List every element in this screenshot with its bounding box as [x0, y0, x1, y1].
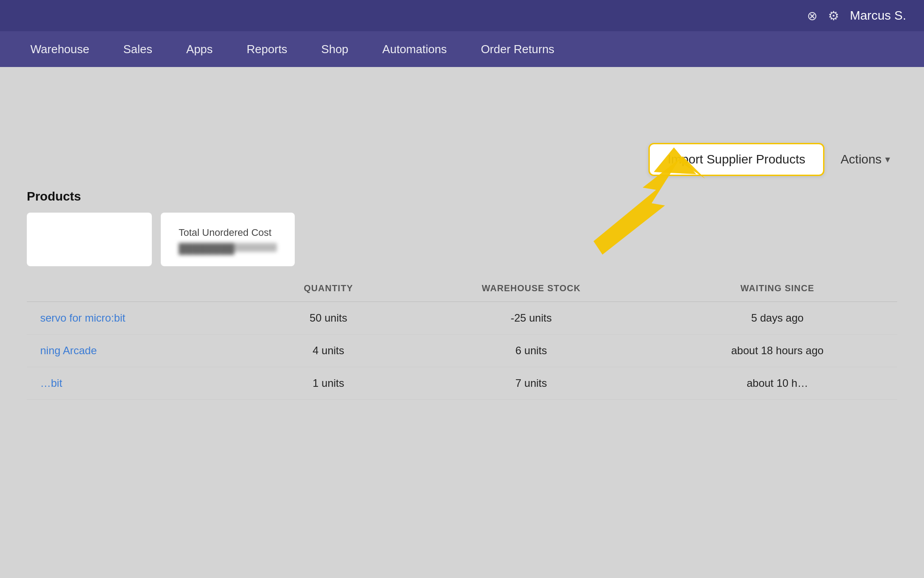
actions-label: Actions	[840, 152, 882, 167]
nav-item-order-returns[interactable]: Order Returns	[464, 31, 572, 67]
nav-item-automations[interactable]: Automations	[365, 31, 464, 67]
stat-card-label: Total Unordered Cost	[179, 227, 277, 239]
help-icon[interactable]: ⊗	[807, 8, 817, 23]
table-row: servo for micro:bit 50 units -25 units 5…	[27, 302, 897, 335]
data-table: QUANTITY WAREHOUSE STOCK WAITING SINCE s…	[27, 275, 897, 400]
stat-cards-row: Total Unordered Cost ████████	[27, 213, 897, 266]
row-name[interactable]: ning Arcade	[27, 335, 252, 367]
row-warehouse-stock: 6 units	[405, 335, 658, 367]
section-title: Products	[27, 189, 897, 204]
chevron-down-icon: ▾	[885, 154, 890, 165]
row-quantity: 50 units	[252, 302, 405, 335]
row-name[interactable]: servo for micro:bit	[27, 302, 252, 335]
toolbar-row: Import Supplier Products Actions ▾	[27, 130, 897, 185]
row-warehouse-stock: -25 units	[405, 302, 658, 335]
col-header-warehouse-stock: WAREHOUSE STOCK	[405, 275, 658, 302]
table-row: …bit 1 units 7 units about 10 h…	[27, 367, 897, 400]
nav-item-apps[interactable]: Apps	[169, 31, 230, 67]
stat-card-empty	[27, 213, 152, 266]
top-bar-icons: ⊗ ⚙ Marcus S.	[807, 8, 906, 23]
product-link[interactable]: servo for micro:bit	[40, 312, 125, 324]
stat-card-total-unordered-cost: Total Unordered Cost ████████	[161, 213, 295, 266]
nav-item-shop[interactable]: Shop	[304, 31, 365, 67]
main-content: Import Supplier Products Actions ▾ Produ…	[0, 130, 924, 400]
table-row: ning Arcade 4 units 6 units about 18 hou…	[27, 335, 897, 367]
row-waiting-since: 5 days ago	[657, 302, 897, 335]
settings-icon[interactable]: ⚙	[828, 8, 839, 23]
nav-bar: Warehouse Sales Apps Reports Shop Automa…	[0, 31, 924, 67]
product-link[interactable]: …bit	[40, 377, 62, 389]
actions-button[interactable]: Actions ▾	[833, 144, 897, 175]
import-supplier-products-button[interactable]: Import Supplier Products	[648, 143, 824, 176]
row-quantity: 4 units	[252, 335, 405, 367]
row-waiting-since: about 18 hours ago	[657, 335, 897, 367]
col-header-quantity: QUANTITY	[252, 275, 405, 302]
user-name[interactable]: Marcus S.	[850, 8, 906, 23]
row-waiting-since: about 10 h…	[657, 367, 897, 400]
row-quantity: 1 units	[252, 367, 405, 400]
page-header-area	[0, 67, 924, 130]
nav-item-sales[interactable]: Sales	[106, 31, 169, 67]
row-warehouse-stock: 7 units	[405, 367, 658, 400]
table-header-row: QUANTITY WAREHOUSE STOCK WAITING SINCE	[27, 275, 897, 302]
col-header-waiting-since: WAITING SINCE	[657, 275, 897, 302]
nav-item-warehouse[interactable]: Warehouse	[13, 31, 106, 67]
top-bar: ⊗ ⚙ Marcus S.	[0, 0, 924, 31]
stat-card-value: ████████	[179, 243, 277, 252]
product-link[interactable]: ning Arcade	[40, 344, 97, 356]
nav-item-reports[interactable]: Reports	[230, 31, 304, 67]
row-name[interactable]: …bit	[27, 367, 252, 400]
col-header-name	[27, 275, 252, 302]
